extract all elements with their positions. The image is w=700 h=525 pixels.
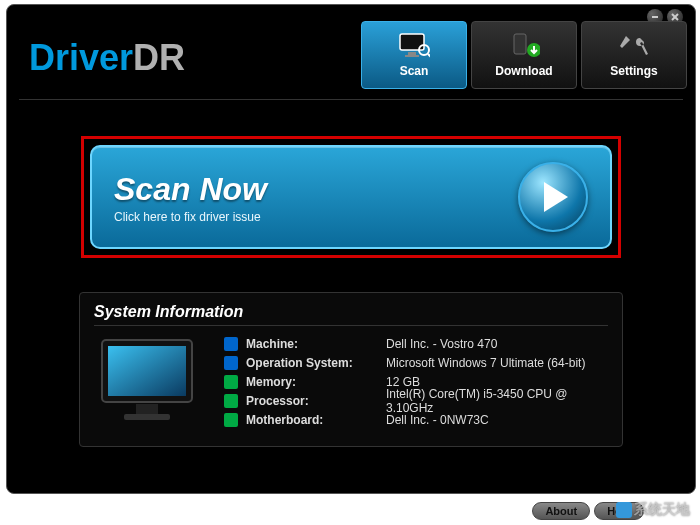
tab-settings-label: Settings (610, 64, 657, 78)
sysinfo-title: System Information (94, 303, 608, 321)
row-os: Operation System: Microsoft Windows 7 Ul… (224, 353, 608, 372)
monitor-search-icon (398, 32, 430, 60)
motherboard-label: Motherboard: (246, 413, 386, 427)
memory-label: Memory: (246, 375, 386, 389)
download-icon (508, 32, 540, 60)
scan-title: Scan Now (114, 171, 518, 208)
svg-rect-4 (408, 52, 416, 55)
about-button[interactable]: About (532, 502, 590, 520)
app-logo: DriverDR (15, 21, 361, 95)
tab-download[interactable]: Download (471, 21, 577, 89)
tools-icon (618, 32, 650, 60)
nav-tabs: Scan Download Settings (361, 21, 687, 95)
app-window: DriverDR Scan Download Settings (6, 4, 696, 494)
main-content: Scan Now Click here to fix driver issue … (7, 100, 695, 447)
svg-rect-13 (124, 414, 170, 420)
machine-label: Machine: (246, 337, 386, 351)
tab-download-label: Download (495, 64, 552, 78)
scan-now-button[interactable]: Scan Now Click here to fix driver issue (90, 145, 612, 249)
processor-chip-icon (224, 394, 238, 408)
tab-scan-label: Scan (400, 64, 429, 78)
svg-rect-12 (136, 404, 158, 414)
os-label: Operation System: (246, 356, 386, 370)
scan-highlight-frame: Scan Now Click here to fix driver issue (81, 136, 621, 258)
help-button[interactable]: Help (594, 502, 644, 520)
row-motherboard: Motherboard: Dell Inc. - 0NW73C (224, 410, 608, 429)
titlebar (7, 5, 695, 21)
processor-value: Intel(R) Core(TM) i5-3450 CPU @ 3.10GHz (386, 387, 608, 415)
footer-buttons: About Help (532, 502, 644, 520)
memory-chip-icon (224, 375, 238, 389)
os-value: Microsoft Windows 7 Ultimate (64-bit) (386, 356, 608, 370)
os-chip-icon (224, 356, 238, 370)
sysinfo-body: Machine: Dell Inc. - Vostro 470 Operatio… (94, 334, 608, 430)
scan-subtitle: Click here to fix driver issue (114, 210, 518, 224)
logo-part1: Driver (29, 37, 133, 79)
sysinfo-rows: Machine: Dell Inc. - Vostro 470 Operatio… (224, 334, 608, 430)
svg-rect-11 (108, 346, 186, 396)
arrow-right-icon (544, 182, 568, 212)
svg-rect-8 (514, 34, 526, 54)
play-orb-icon (518, 162, 588, 232)
row-processor: Processor: Intel(R) Core(TM) i5-3450 CPU… (224, 391, 608, 410)
tab-scan[interactable]: Scan (361, 21, 467, 89)
logo-part2: DR (133, 37, 185, 79)
machine-value: Dell Inc. - Vostro 470 (386, 337, 608, 351)
system-info-panel: System Information Machine: Dell Inc. - … (79, 292, 623, 447)
scan-text-block: Scan Now Click here to fix driver issue (114, 171, 518, 224)
tab-settings[interactable]: Settings (581, 21, 687, 89)
header: DriverDR Scan Download Settings (7, 21, 695, 95)
motherboard-chip-icon (224, 413, 238, 427)
sysinfo-divider (94, 325, 608, 326)
motherboard-value: Dell Inc. - 0NW73C (386, 413, 608, 427)
processor-label: Processor: (246, 394, 386, 408)
machine-chip-icon (224, 337, 238, 351)
svg-line-7 (428, 54, 430, 57)
row-machine: Machine: Dell Inc. - Vostro 470 (224, 334, 608, 353)
svg-rect-5 (405, 55, 419, 57)
monitor-icon (94, 334, 204, 430)
